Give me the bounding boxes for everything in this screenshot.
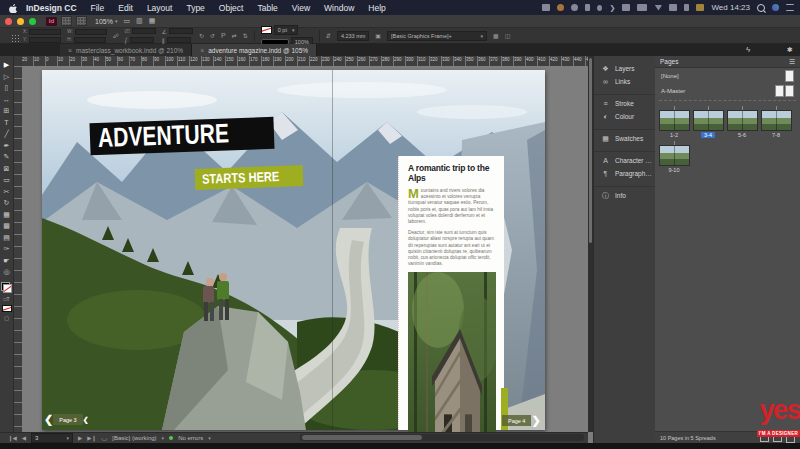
menu-item[interactable]: Type bbox=[179, 3, 211, 13]
panel-info[interactable]: ⓘ Info bbox=[594, 186, 655, 202]
spread-thumb-image[interactable] bbox=[761, 110, 792, 131]
menu-item[interactable]: Table bbox=[250, 3, 284, 13]
arrange-documents-icon[interactable]: ▦ bbox=[149, 17, 156, 25]
stroke-weight-select[interactable]: 0 pt▾ bbox=[274, 25, 299, 35]
corner-radius-field[interactable]: 4.233 mm bbox=[337, 31, 369, 41]
master-page-a[interactable]: A-Master bbox=[655, 83, 800, 98]
y-position-field[interactable] bbox=[29, 37, 61, 43]
stock-icon[interactable] bbox=[76, 16, 87, 26]
panel-layers[interactable]: ❖ Layers bbox=[594, 62, 655, 75]
keyboard-icon[interactable] bbox=[622, 4, 630, 11]
siri-icon[interactable] bbox=[772, 4, 779, 11]
panel-stroke[interactable]: ≡ Stroke bbox=[594, 94, 655, 110]
height-field[interactable] bbox=[74, 37, 106, 43]
bridge-icon[interactable] bbox=[61, 16, 72, 26]
spread-thumbnail[interactable]: 1-2 bbox=[657, 106, 691, 138]
rotate-cw-icon[interactable]: ↻ bbox=[199, 32, 204, 39]
apple-icon[interactable] bbox=[8, 3, 18, 13]
spread-thumbnail[interactable]: 3-4 bbox=[691, 106, 725, 138]
zoom-level-select[interactable]: 105%▾ bbox=[95, 18, 117, 25]
preflight-status-select[interactable]: No errors▾ bbox=[178, 435, 211, 441]
close-tab-icon[interactable]: × bbox=[68, 47, 72, 54]
view-options-icon[interactable]: ▭ bbox=[123, 17, 130, 25]
fit-content-icon[interactable]: ◫ bbox=[505, 32, 511, 39]
document-tab[interactable]: × adventure magazine.indd @ 105% bbox=[192, 44, 317, 56]
monitor-icon[interactable] bbox=[669, 4, 677, 11]
panel-links[interactable]: ∞ Links bbox=[594, 75, 655, 88]
flip-horizontal-icon[interactable]: ⇄ bbox=[232, 32, 237, 39]
rectangle-tool[interactable]: ▭ bbox=[1, 174, 13, 186]
pasteboard[interactable]: ADVENTURE STARTS HERE A romantic trip to… bbox=[22, 66, 588, 432]
siri-status-icon[interactable] bbox=[571, 4, 578, 11]
panel-paragraph[interactable]: ¶ Paragraph… bbox=[594, 167, 655, 180]
menu-item[interactable]: Layout bbox=[140, 3, 180, 13]
gradient-feather-tool[interactable]: ▩ bbox=[1, 220, 13, 232]
panel-character[interactable]: A Character … bbox=[594, 151, 655, 167]
pencil-tool[interactable]: ✎ bbox=[1, 151, 13, 163]
menu-item[interactable]: View bbox=[285, 3, 317, 13]
previous-page-button[interactable]: ◀ bbox=[22, 435, 26, 441]
rotate-ccw-icon[interactable]: ↺ bbox=[210, 32, 215, 39]
fill-stroke-control[interactable] bbox=[1, 282, 12, 293]
stroke-color-swatch[interactable] bbox=[261, 26, 272, 34]
scale-y-field[interactable] bbox=[130, 37, 154, 43]
display-icon[interactable] bbox=[542, 4, 550, 11]
menu-item[interactable]: Window bbox=[317, 3, 361, 13]
frame-tool[interactable]: ⊠ bbox=[1, 163, 13, 175]
control-center-icon[interactable] bbox=[786, 4, 794, 11]
pages-panel-header[interactable]: Pages ☰ bbox=[655, 56, 800, 68]
menu-item[interactable]: File bbox=[84, 3, 112, 13]
line-tool[interactable]: ╱ bbox=[1, 128, 13, 140]
spread-thumb-image[interactable] bbox=[659, 110, 690, 131]
menu-item[interactable]: InDesign CC bbox=[24, 3, 84, 13]
battery-icon[interactable] bbox=[637, 4, 647, 11]
menu-item[interactable]: Object bbox=[212, 3, 251, 13]
corner-options-icon[interactable]: ⇵ bbox=[326, 32, 331, 39]
panel-colour[interactable]: ◐ Colour bbox=[594, 110, 655, 123]
panel-menu-icon[interactable]: ☰ bbox=[789, 58, 795, 66]
close-tab-icon[interactable]: × bbox=[200, 47, 204, 54]
spread-thumbnail[interactable]: 5-6 bbox=[725, 106, 759, 138]
last-page-button[interactable]: ▶❙ bbox=[87, 435, 96, 441]
minimize-window-button[interactable] bbox=[17, 18, 24, 25]
flip-vertical-icon[interactable]: ⇅ bbox=[243, 32, 248, 39]
menu-item[interactable]: Edit bbox=[111, 3, 140, 13]
drop-icon[interactable] bbox=[597, 5, 602, 11]
content-collector-tool[interactable]: ⊞ bbox=[1, 105, 13, 117]
reference-point-grid[interactable] bbox=[12, 35, 13, 36]
fullscreen-window-button[interactable] bbox=[29, 18, 36, 25]
vertical-scrollbar-thumb[interactable] bbox=[589, 58, 592, 243]
page-number-select[interactable]: 3▾ bbox=[31, 433, 73, 443]
free-transform-tool[interactable]: ↻ bbox=[1, 197, 13, 209]
chevron-icon[interactable]: ❯ bbox=[609, 4, 615, 11]
scissors-tool[interactable]: ✂ bbox=[1, 186, 13, 198]
spread-thumb-image[interactable] bbox=[693, 110, 724, 131]
master-page-none[interactable]: [None] bbox=[655, 68, 800, 83]
text-wrap-icon[interactable]: ▩ bbox=[493, 32, 499, 39]
object-style-select[interactable]: [Basic Graphics Frame]+▾ bbox=[387, 31, 487, 41]
width-field[interactable] bbox=[75, 29, 107, 35]
constrain-proportions-icon[interactable]: ☍ bbox=[113, 32, 119, 39]
preflight-profile-select[interactable]: [Basic] (working)▾ bbox=[112, 435, 164, 441]
page-tool[interactable]: ▯ bbox=[1, 82, 13, 94]
shear-angle-field[interactable] bbox=[167, 37, 191, 43]
app-status-icon[interactable] bbox=[557, 4, 564, 11]
spread-thumb-image[interactable] bbox=[659, 145, 690, 166]
eyedropper-tool[interactable]: ✑ bbox=[1, 243, 13, 255]
zoom-tool[interactable]: ◎ bbox=[1, 266, 13, 278]
spread-thumbnail[interactable]: 9-10 bbox=[657, 141, 691, 173]
spread-thumbnail[interactable]: 7-8 bbox=[759, 106, 793, 138]
panel-swatches[interactable]: ▦ Swatches bbox=[594, 129, 655, 145]
scale-x-field[interactable] bbox=[132, 28, 156, 34]
shield-icon[interactable] bbox=[585, 4, 590, 11]
effects-icon[interactable]: ▣ bbox=[375, 32, 381, 39]
hand-tool[interactable]: ☛ bbox=[1, 255, 13, 267]
pen-tool[interactable]: ✒ bbox=[1, 140, 13, 152]
view-mode-icon[interactable]: ▢ bbox=[4, 315, 9, 321]
next-page-button[interactable]: ▶ bbox=[78, 435, 82, 441]
close-window-button[interactable] bbox=[5, 18, 12, 25]
spotlight-search-icon[interactable] bbox=[757, 4, 765, 12]
first-page-button[interactable]: ❙◀ bbox=[8, 435, 17, 441]
screen-mode-icon[interactable]: ▥ bbox=[136, 17, 143, 25]
note-tool[interactable]: ▤ bbox=[1, 232, 13, 244]
